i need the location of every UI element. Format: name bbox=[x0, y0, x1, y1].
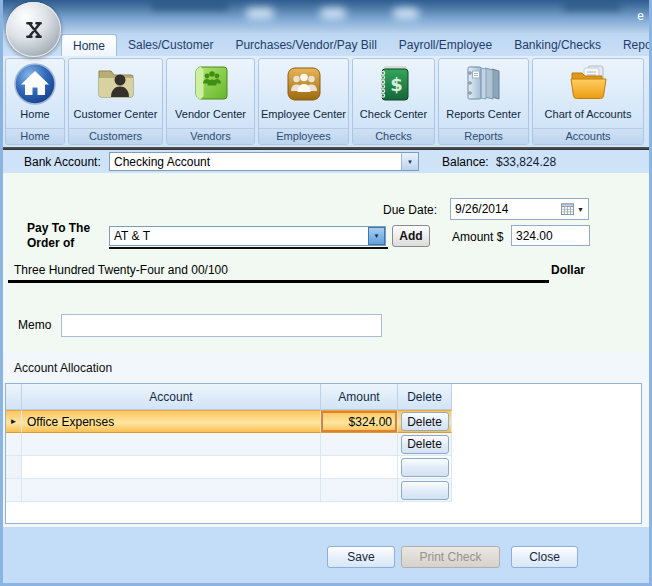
footer-button-bar: Save Print Check Close bbox=[3, 527, 649, 583]
bank-account-row: Bank Account: Checking Account ▼ Balance… bbox=[3, 150, 649, 173]
balance-label: Balance: bbox=[442, 155, 489, 169]
payee-underline bbox=[109, 247, 388, 249]
title-bar: e bbox=[3, 0, 649, 33]
row-selector-header-cell bbox=[6, 384, 22, 410]
row-filler bbox=[452, 479, 641, 502]
amount-cell[interactable] bbox=[321, 479, 398, 502]
add-payee-button[interactable]: Add bbox=[392, 225, 430, 247]
row-selector-cell[interactable]: ► bbox=[6, 410, 22, 433]
home-icon bbox=[12, 61, 58, 107]
ribbon-group-accounts: Chart of Accounts Accounts bbox=[532, 58, 644, 145]
delete-row-button[interactable] bbox=[401, 458, 449, 477]
ribbon-button-label: Reports Center bbox=[446, 108, 521, 120]
row-selector-cell[interactable] bbox=[6, 456, 22, 479]
memo-label: Memo bbox=[18, 318, 51, 332]
account-allocation-title: Account Allocation bbox=[14, 361, 112, 375]
column-header-delete: Delete bbox=[398, 384, 452, 410]
payee-select[interactable]: AT & T ▼ bbox=[109, 226, 386, 246]
ribbon-button-label: Customer Center bbox=[74, 108, 158, 120]
ribbon-group-customers: Customer Center Customers bbox=[68, 58, 163, 145]
titlebar-text-fragment: e bbox=[637, 9, 644, 23]
column-header-amount: Amount bbox=[321, 384, 398, 410]
blurred-toolbar-blob bbox=[320, 8, 346, 19]
memo-input[interactable] bbox=[61, 314, 382, 337]
row-selector-cell[interactable] bbox=[6, 479, 22, 502]
delete-row-button[interactable]: Delete bbox=[401, 412, 449, 431]
check-center-button[interactable]: $ Check Center bbox=[353, 59, 434, 128]
ribbon-tab-strip: Home Sales/Customer Purchases/Vendor/Pay… bbox=[3, 33, 649, 56]
bank-account-select[interactable]: Checking Account ▼ bbox=[109, 152, 419, 171]
ribbon-button-label: Chart of Accounts bbox=[545, 108, 632, 120]
app-logo-icon bbox=[17, 13, 51, 47]
tab-home[interactable]: Home bbox=[61, 34, 117, 56]
amount-cell[interactable] bbox=[321, 433, 398, 456]
customer-folder-icon bbox=[93, 61, 139, 107]
written-amount-text: Three Hundred Twenty-Four and 00/100 bbox=[14, 263, 228, 277]
pay-to-the-label-line1: Pay To The bbox=[27, 221, 90, 236]
row-selector-cell[interactable] bbox=[6, 433, 22, 456]
ribbon-group-label: Home bbox=[6, 128, 64, 144]
delete-row-button[interactable]: Delete bbox=[401, 435, 449, 454]
close-button[interactable]: Close bbox=[511, 546, 578, 568]
ribbon-group-home: Home Home bbox=[5, 58, 65, 145]
blurred-toolbar-blob bbox=[246, 8, 274, 19]
account-cell[interactable] bbox=[22, 479, 321, 502]
due-date-picker[interactable]: 9/26/2014 ▼ bbox=[450, 198, 589, 220]
dollar-label: Dollar bbox=[551, 263, 585, 277]
account-cell[interactable] bbox=[22, 433, 321, 456]
current-row-arrow-icon: ► bbox=[10, 417, 18, 426]
report-binders-icon bbox=[461, 61, 507, 107]
tab-payroll-employee[interactable]: Payroll/Employee bbox=[388, 34, 503, 56]
save-button[interactable]: Save bbox=[327, 546, 395, 568]
account-cell[interactable]: Office Expenses bbox=[22, 410, 321, 433]
ribbon-button-label: Employee Center bbox=[261, 108, 346, 120]
ribbon-button-label: Vendor Center bbox=[175, 108, 246, 120]
ribbon-group-reports: Reports Center Reports bbox=[438, 58, 529, 145]
ribbon-button-label: Home bbox=[20, 108, 49, 120]
ribbon-button-label: Check Center bbox=[360, 108, 427, 120]
payee-dropdown-button[interactable]: ▼ bbox=[368, 227, 385, 245]
customer-center-button[interactable]: Customer Center bbox=[69, 59, 162, 128]
tab-banking-checks[interactable]: Banking/Checks bbox=[503, 34, 612, 56]
reports-center-button[interactable]: Reports Center bbox=[439, 59, 528, 128]
amount-input[interactable] bbox=[511, 225, 590, 246]
print-check-button: Print Check bbox=[401, 546, 500, 568]
chart-of-accounts-button[interactable]: Chart of Accounts bbox=[533, 59, 643, 128]
delete-cell bbox=[398, 456, 452, 479]
table-row bbox=[6, 479, 641, 502]
ribbon-group-label: Employees bbox=[259, 128, 348, 144]
column-header-account: Account bbox=[22, 384, 321, 410]
accounts-folder-icon bbox=[565, 61, 611, 107]
allocation-grid: Account Amount Delete ► Office Expenses … bbox=[5, 383, 642, 524]
bank-account-label: Bank Account: bbox=[24, 155, 101, 169]
write-check-window: e Home Sales/Customer Purchases/Vendor/P… bbox=[0, 0, 652, 586]
home-button[interactable]: Home bbox=[6, 59, 64, 128]
amount-cell[interactable]: $324.00 bbox=[321, 410, 398, 433]
delete-cell: Delete bbox=[398, 433, 452, 456]
delete-row-button[interactable] bbox=[401, 481, 449, 500]
calendar-icon bbox=[561, 203, 574, 215]
amount-cell[interactable] bbox=[321, 456, 398, 479]
chevron-down-icon: ▼ bbox=[577, 206, 584, 213]
due-date-label: Due Date: bbox=[383, 203, 437, 217]
employee-center-button[interactable]: Employee Center bbox=[259, 59, 348, 128]
ribbon-group-vendors: Vendor Center Vendors bbox=[166, 58, 255, 145]
ribbon-group-checks: $ Check Center Checks bbox=[352, 58, 435, 145]
amount-label: Amount $ bbox=[452, 230, 503, 244]
tab-report[interactable]: Report bbox=[612, 34, 652, 56]
blurred-title-text bbox=[563, 3, 621, 11]
delete-cell bbox=[398, 479, 452, 502]
ribbon-group-label: Customers bbox=[69, 128, 162, 144]
vendor-book-icon bbox=[188, 61, 234, 107]
account-cell[interactable] bbox=[22, 456, 321, 479]
chevron-down-icon: ▼ bbox=[407, 159, 413, 165]
app-menu-orb-button[interactable] bbox=[6, 2, 61, 57]
vendor-center-button[interactable]: Vendor Center bbox=[167, 59, 254, 128]
written-amount-underline bbox=[8, 280, 549, 283]
ribbon-group-employees: Employee Center Employees bbox=[258, 58, 349, 145]
row-filler bbox=[452, 433, 641, 456]
tab-sales-customer[interactable]: Sales/Customer bbox=[117, 34, 224, 56]
balance-value: $33,824.28 bbox=[496, 155, 556, 169]
bank-account-dropdown-button[interactable]: ▼ bbox=[401, 153, 418, 170]
tab-purchases-vendor-pay-bill[interactable]: Purchases/Vendor/Pay Bill bbox=[224, 34, 387, 56]
